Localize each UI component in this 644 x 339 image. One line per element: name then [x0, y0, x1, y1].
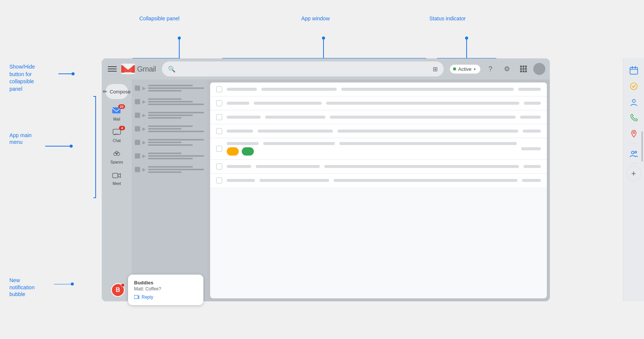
email-checkbox[interactable]	[216, 114, 222, 120]
annotation-notif-line	[54, 284, 72, 285]
star-icon[interactable]: ▶	[142, 86, 146, 91]
email-checkbox[interactable]	[216, 128, 222, 134]
star-icon[interactable]: ▶	[142, 167, 146, 172]
preview-bar	[337, 130, 518, 133]
spaces-icon	[112, 151, 121, 157]
star-icon[interactable]: ▶	[142, 99, 146, 104]
email-item[interactable]	[210, 160, 547, 174]
annotation-app-window-line	[323, 40, 324, 58]
apps-button[interactable]	[517, 62, 530, 76]
top-bar: Gmail 🔍 ⊞ Active ▾ ? ⚙	[102, 58, 550, 79]
email-item-top	[227, 88, 514, 91]
email-panel-row[interactable]: ▶	[133, 137, 206, 148]
right-sidebar-divider-2	[629, 163, 638, 164]
maps-app-button[interactable]	[626, 126, 641, 141]
email-panel-row[interactable]: ▶	[133, 82, 206, 94]
meet-icon-wrap	[110, 170, 124, 181]
svg-rect-4	[523, 66, 525, 67]
email-panel-row[interactable]: ▶	[133, 150, 206, 162]
svg-point-24	[631, 151, 634, 154]
tasks-icon	[630, 82, 638, 90]
star-icon[interactable]: ▶	[142, 140, 146, 145]
email-checkbox[interactable]	[216, 146, 222, 152]
checkbox[interactable]	[135, 140, 140, 145]
email-item[interactable]	[210, 174, 547, 187]
email-checkbox[interactable]	[216, 177, 222, 183]
checkbox[interactable]	[135, 86, 140, 91]
subject-bar	[256, 165, 320, 168]
email-item[interactable]	[210, 82, 547, 96]
menu-button[interactable]	[106, 63, 118, 75]
annotation-app-window: App window	[301, 15, 330, 22]
status-button[interactable]: Active ▾	[450, 64, 481, 74]
sender-bar	[227, 179, 255, 182]
email-item-with-tags[interactable]	[210, 138, 547, 160]
notification-avatar[interactable]: B	[111, 283, 125, 297]
left-sidebar: ✏ Compose 20 Mail	[102, 79, 132, 301]
annotation-notification: Newnotificationbubble	[9, 277, 35, 298]
email-line-3	[148, 117, 182, 119]
mail-label: Mail	[113, 117, 120, 121]
chevron-down-icon: ▾	[474, 67, 476, 71]
email-item[interactable]	[210, 96, 547, 110]
phone-app-button[interactable]	[626, 110, 641, 125]
sidebar-item-chat[interactable]: 4 Chat	[105, 125, 129, 145]
email-item[interactable]	[210, 110, 547, 124]
add-app-button[interactable]: +	[626, 166, 641, 181]
gmail-m-icon	[121, 64, 135, 74]
email-line-1	[148, 112, 204, 113]
annotation-show-hide-line	[58, 73, 72, 74]
checkbox[interactable]	[135, 99, 140, 104]
email-checkbox[interactable]	[216, 163, 222, 170]
svg-point-21	[630, 83, 637, 90]
user-avatar[interactable]	[533, 63, 545, 75]
star-icon[interactable]: ▶	[142, 153, 146, 159]
email-panel-row[interactable]: ▶	[133, 164, 206, 175]
subject-bar	[258, 130, 333, 133]
checkbox[interactable]	[135, 153, 140, 159]
svg-rect-6	[520, 68, 522, 70]
chat-badge: 4	[119, 126, 125, 130]
help-button[interactable]: ?	[484, 62, 497, 76]
calendar-app-button[interactable]	[626, 63, 641, 78]
email-line-group	[148, 112, 204, 119]
checkbox[interactable]	[135, 113, 140, 118]
notification-title: Buddies	[134, 280, 197, 286]
chat-label: Chat	[113, 139, 121, 143]
email-line-1	[148, 166, 193, 168]
sidebar-item-meet[interactable]: Meet	[105, 168, 129, 188]
email-panel: ▶ ▶ ▶	[132, 79, 207, 301]
preview-bar	[334, 179, 517, 182]
checkbox[interactable]	[135, 126, 140, 131]
sidebar-item-spaces[interactable]: Spaces	[105, 147, 129, 166]
email-panel-row[interactable]: ▶	[133, 96, 206, 107]
email-date	[523, 130, 541, 133]
subject-bar	[263, 142, 335, 145]
star-icon[interactable]: ▶	[142, 126, 146, 131]
email-panel-row[interactable]: ▶	[133, 110, 206, 121]
email-checkbox[interactable]	[216, 86, 222, 92]
compose-button[interactable]: ✏ Compose	[105, 84, 128, 99]
checkbox[interactable]	[135, 167, 140, 172]
sidebar-item-mail[interactable]: 20 Mail	[105, 104, 129, 124]
scrollbar-thumb[interactable]	[641, 131, 643, 162]
email-item-top	[227, 165, 519, 168]
people-app-button[interactable]	[626, 146, 641, 161]
search-bar[interactable]: 🔍 ⊞	[162, 61, 444, 76]
star-icon[interactable]: ▶	[142, 113, 146, 118]
reply-icon	[134, 295, 139, 299]
annotation-status-line	[466, 40, 467, 58]
email-checkbox[interactable]	[216, 100, 222, 106]
status-label: Active	[458, 66, 472, 72]
tasks-app-button[interactable]	[626, 79, 641, 94]
email-line-3	[148, 171, 182, 173]
email-item-content	[227, 88, 514, 91]
email-item-top	[227, 130, 518, 133]
email-panel-row[interactable]: ▶	[133, 123, 206, 134]
meet-label: Meet	[113, 182, 121, 186]
settings-button[interactable]: ⚙	[500, 62, 514, 76]
notification-reply-button[interactable]: Reply	[134, 295, 197, 300]
email-item-content	[227, 165, 519, 168]
contacts-app-button[interactable]	[626, 95, 641, 110]
email-item[interactable]	[210, 124, 547, 138]
